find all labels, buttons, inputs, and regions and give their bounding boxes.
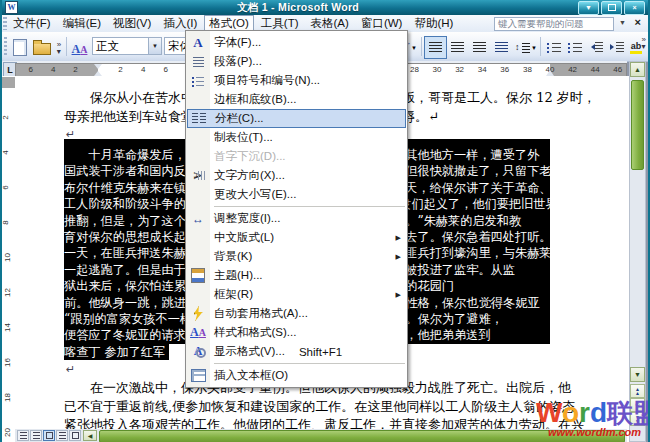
menu-item-label: 分栏(C)... <box>215 111 264 126</box>
format-menu-item-20[interactable]: 插入文本框(O) <box>186 366 407 385</box>
menubar-item-1[interactable]: 文件(F) <box>8 15 56 32</box>
style-value: 正文 <box>93 38 148 54</box>
styles-and-formatting-button[interactable]: AA <box>68 36 91 59</box>
format-menu-item-8[interactable]: 文字方向(X)... <box>186 166 407 185</box>
reading-layout-view-button[interactable] <box>69 430 81 441</box>
autoformat-icon <box>188 305 208 322</box>
format-menu-item-14[interactable]: 主题(H)... <box>186 266 407 285</box>
title-bar: W 文档 1 - Microsoft Word ▼ × <box>2 0 648 15</box>
align-left-icon <box>429 42 442 53</box>
format-menu-item-16[interactable]: 自动套用格式(A)... <box>186 304 407 323</box>
outline-view-button[interactable] <box>56 430 68 441</box>
style-combobox[interactable]: 正文 ▼ <box>92 37 162 55</box>
menu-separator <box>214 363 405 364</box>
menu-item-no-icon <box>188 229 208 246</box>
open-button[interactable] <box>30 36 53 59</box>
normal-view-button[interactable] <box>17 430 29 441</box>
submenu-arrow-icon: ▶ <box>396 291 401 299</box>
menu-item-label: 显示格式(V)... <box>214 344 285 359</box>
paragraph-mark: ↵ <box>66 363 75 376</box>
distribute-button[interactable] <box>490 36 513 59</box>
menu-separator <box>214 206 405 207</box>
character-scale-dropdown-icon[interactable]: ▼ <box>411 45 417 51</box>
menubar-item-9[interactable]: 帮助(H) <box>409 15 458 32</box>
restore-button[interactable] <box>601 1 622 15</box>
line-spacing-dropdown-icon[interactable]: ▼ <box>531 45 537 51</box>
menu-item-label: 边框和底纹(B)... <box>214 92 296 107</box>
vertical-scrollbar[interactable]: ▲ ▼ ▲▲ ○ ▼▼ <box>629 61 646 442</box>
help-question-input[interactable]: 键入需要帮助的问题 <box>494 17 614 31</box>
right-indent-marker[interactable] <box>546 66 554 76</box>
watermark-letter: W <box>536 397 562 428</box>
numbering-button[interactable] <box>542 36 565 59</box>
menu-item-label: 框架(R) <box>214 287 253 302</box>
align-center-icon <box>451 42 464 53</box>
scroll-up-button[interactable]: ▲ <box>630 62 645 77</box>
format-menu-item-6[interactable]: 制表位(T)... <box>186 128 407 147</box>
help-dropdown-icon[interactable]: ▼ <box>619 19 626 26</box>
web-layout-view-button[interactable] <box>30 430 42 441</box>
minimize-button[interactable]: ▼ <box>578 1 599 15</box>
format-menu-item-17[interactable]: 样式和格式(S)... <box>186 323 407 342</box>
toolbar-overflow-button[interactable]: »▾ <box>52 36 66 59</box>
toolbar-grip-handle[interactable] <box>4 37 7 56</box>
minimize-icon: ▼ <box>585 4 592 11</box>
ruler-number: 14 <box>3 323 12 332</box>
align-left-button[interactable] <box>424 36 447 59</box>
ruler-number: 6 <box>1 185 10 189</box>
decrease-indent-button[interactable] <box>584 36 607 59</box>
menu-item-no-icon <box>188 286 208 303</box>
format-menu-item-1[interactable]: 字体(F)... <box>186 33 407 52</box>
line-spacing-button[interactable]: ▼ <box>512 36 540 59</box>
submenu-arrow-icon: ▶ <box>396 234 401 242</box>
format-menu-item-9[interactable]: 更改大小写(E)... <box>186 185 407 204</box>
style-dropdown-icon[interactable]: ▼ <box>148 38 161 54</box>
document-line[interactable]: 已不宜于重返前线,便参加恢复和建设国家的工作。在这里他同样以工人阶级主人翁的姿态 <box>64 398 594 417</box>
format-menu-item-11[interactable]: 调整宽度(I)... <box>186 209 407 228</box>
format-menu-item-15[interactable]: 框架(R)▶ <box>186 285 407 304</box>
styles-icon <box>188 324 208 341</box>
format-menu-item-3[interactable]: 项目符号和编号(N)... <box>186 71 407 90</box>
bullets-button[interactable] <box>563 36 586 59</box>
menubar-item-2[interactable]: 编辑(E) <box>58 15 106 32</box>
menu-item-no-icon <box>188 186 208 203</box>
format-menu-item-2[interactable]: 段落(P)... <box>186 52 407 71</box>
new-document-icon <box>13 39 27 56</box>
toolbar-overflow-right-icon[interactable]: »▾ <box>642 36 646 50</box>
line-spacing-icon <box>515 42 531 54</box>
decrease-indent-icon <box>588 42 603 53</box>
format-menu-item-12[interactable]: 中文版式(L)▶ <box>186 228 407 247</box>
close-button[interactable]: × <box>624 1 645 15</box>
vertical-ruler-margin <box>2 77 15 88</box>
toolbar-separator <box>66 37 67 56</box>
menu-item-label: 插入文本框(O) <box>214 368 288 383</box>
menubar-close-icon[interactable]: × <box>635 16 641 28</box>
scroll-left-button[interactable]: ◀ <box>83 430 97 441</box>
vertical-scrollbar-thumb[interactable] <box>631 80 644 170</box>
scroll-down-button[interactable]: ▼ <box>630 367 645 382</box>
ruler-number: 4 <box>1 150 10 154</box>
align-right-button[interactable] <box>468 36 491 59</box>
menubar-item-3[interactable]: 视图(V) <box>108 15 156 32</box>
horizontal-scrollbar-thumb[interactable] <box>99 430 625 442</box>
ruler-number: 42 <box>568 65 577 74</box>
menu-item-label: 调整宽度(I)... <box>214 211 280 226</box>
window-title: 文档 1 - Microsoft Word <box>18 1 578 15</box>
vertical-ruler[interactable]: 2468101214161820 <box>2 76 16 442</box>
increase-indent-button[interactable] <box>605 36 628 59</box>
new-document-button[interactable] <box>8 36 31 59</box>
print-layout-view-button[interactable] <box>43 430 55 441</box>
ruler-number: 2 <box>1 115 10 119</box>
ruler-number: 12 <box>3 288 12 297</box>
align-center-button[interactable] <box>446 36 469 59</box>
indent-marker[interactable] <box>94 64 102 76</box>
menu-item-no-icon <box>188 148 208 165</box>
web-layout-icon <box>33 432 40 439</box>
format-menu-item-18[interactable]: 显示格式(V)...Shift+F1 <box>186 342 407 361</box>
toolbar-separator <box>421 37 422 56</box>
format-menu-item-4[interactable]: 边框和底纹(B)... <box>186 90 407 109</box>
format-menu-item-5[interactable]: 分栏(C)... <box>187 109 406 128</box>
ruler-number: 30 <box>433 65 442 74</box>
selected-text-line[interactable]: 喀查丁 参加了红军 <box>64 344 169 360</box>
format-menu-item-13[interactable]: 背景(K)▶ <box>186 247 407 266</box>
